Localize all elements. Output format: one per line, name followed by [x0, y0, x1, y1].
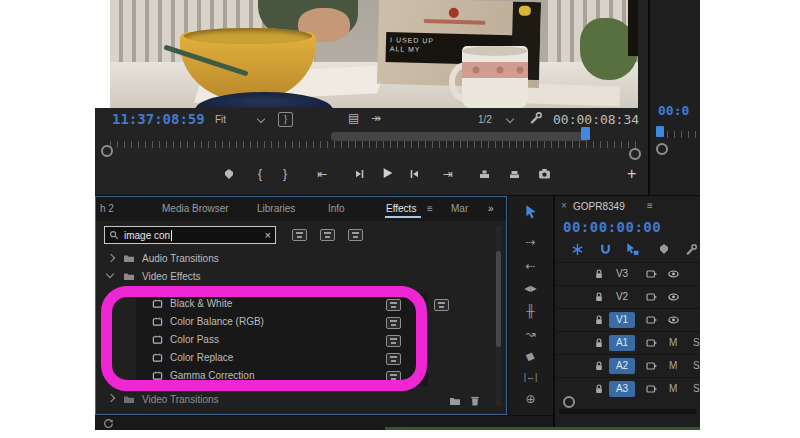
- panel-menu-icon[interactable]: ≡: [647, 200, 653, 211]
- mute-button[interactable]: M: [669, 337, 677, 348]
- snap-magnet-icon[interactable]: [599, 243, 612, 256]
- add-marker-icon[interactable]: [658, 243, 670, 255]
- zoom-scrollbar[interactable]: [331, 132, 589, 141]
- chevron-right-icon[interactable]: [107, 394, 115, 402]
- goto-in-button[interactable]: ⇤: [317, 168, 327, 180]
- add-marker-button[interactable]: [223, 168, 235, 180]
- tab-partial-left[interactable]: h 2: [100, 203, 114, 214]
- 32bit-color-badge-icon[interactable]: [320, 229, 335, 241]
- linked-selection-icon[interactable]: [625, 242, 639, 256]
- timeline-settings-wrench-icon[interactable]: [685, 243, 698, 256]
- play-button[interactable]: [381, 166, 394, 180]
- export-frame-button[interactable]: [538, 167, 551, 180]
- settings-grid-icon[interactable]: ▤: [348, 113, 359, 124]
- side-playhead[interactable]: [656, 126, 664, 137]
- selection-tool-icon[interactable]: [524, 204, 538, 220]
- folder-audio-transitions[interactable]: Audio Transitions: [142, 253, 219, 264]
- lock-icon[interactable]: [593, 314, 605, 326]
- source-patch-icon[interactable]: [645, 360, 658, 372]
- rate-stretch-tool-icon[interactable]: ↝: [508, 327, 553, 341]
- playhead[interactable]: [581, 127, 590, 140]
- source-patch-icon[interactable]: [645, 291, 658, 303]
- effect-color-balance-rgb[interactable]: Color Balance (RGB): [170, 316, 264, 327]
- mute-button[interactable]: M: [669, 383, 677, 394]
- folder-video-transitions[interactable]: Video Transitions: [142, 394, 219, 405]
- goto-out-button[interactable]: ⇥: [443, 168, 453, 180]
- chevron-down-icon[interactable]: [257, 115, 265, 123]
- razor-tool-icon[interactable]: ◆: [507, 342, 554, 371]
- tab-effects[interactable]: Effects: [386, 203, 416, 214]
- slip-tool-icon[interactable]: |↔|: [508, 370, 553, 384]
- new-custom-bin-icon[interactable]: [448, 395, 462, 407]
- close-tab-icon[interactable]: ×: [561, 200, 567, 211]
- chevron-down-icon[interactable]: [506, 115, 514, 123]
- track-target-a1[interactable]: A1: [609, 335, 635, 351]
- yuv-effects-badge-icon[interactable]: [348, 229, 363, 241]
- chevron-right-icon[interactable]: [107, 254, 115, 262]
- step-forward-button[interactable]: [409, 168, 421, 180]
- scrubber-left-handle-icon[interactable]: [101, 145, 113, 157]
- scrubber-right-handle-icon[interactable]: [629, 148, 641, 160]
- mute-button[interactable]: M: [669, 360, 677, 371]
- source-patch-icon[interactable]: [645, 383, 658, 395]
- horizontal-scrollbar[interactable]: [559, 409, 697, 414]
- folder-video-effects[interactable]: Video Effects: [142, 271, 201, 282]
- track-output-eye-icon[interactable]: [667, 291, 680, 303]
- track-target-v2[interactable]: V2: [609, 289, 635, 305]
- panel-menu-icon[interactable]: ≡: [427, 203, 433, 214]
- track-target-v1[interactable]: V1: [609, 312, 635, 328]
- track-output-eye-icon[interactable]: [667, 314, 680, 326]
- track-output-eye-icon[interactable]: [667, 268, 680, 280]
- lock-icon[interactable]: [593, 383, 605, 395]
- search-input[interactable]: image con ×: [104, 226, 276, 244]
- timeline-scroll-handle-icon[interactable]: [563, 396, 575, 408]
- side-scroll-handle-icon[interactable]: [656, 143, 668, 155]
- time-ruler[interactable]: [110, 141, 638, 148]
- ripple-edit-tool-icon[interactable]: ◀▶: [508, 282, 553, 296]
- track-target-a2[interactable]: A2: [609, 358, 635, 374]
- playback-resolution-select[interactable]: 1/2: [478, 114, 492, 125]
- zoom-level-select[interactable]: Fit: [215, 114, 226, 125]
- solo-button[interactable]: S: [693, 337, 700, 348]
- solo-button[interactable]: S: [693, 360, 700, 371]
- solo-button[interactable]: S: [693, 383, 700, 394]
- delete-trash-icon[interactable]: [469, 394, 481, 407]
- source-patch-icon[interactable]: [645, 337, 658, 349]
- settings-wrench-icon[interactable]: [529, 111, 543, 125]
- tab-overflow-icon[interactable]: »: [488, 203, 494, 214]
- lock-icon[interactable]: [593, 360, 605, 372]
- sequence-tab[interactable]: GOPR8349: [573, 201, 625, 212]
- tab-libraries[interactable]: Libraries: [257, 203, 295, 214]
- tab-info[interactable]: Info: [328, 203, 345, 214]
- source-patch-icon[interactable]: [645, 314, 658, 326]
- nest-sequences-icon[interactable]: [571, 243, 584, 256]
- effect-color-pass[interactable]: Color Pass: [170, 334, 219, 345]
- effect-color-replace[interactable]: Color Replace: [170, 352, 233, 363]
- vertical-scrollbar[interactable]: [496, 225, 501, 407]
- effect-black-and-white[interactable]: Black & White: [170, 298, 232, 309]
- mark-in-button[interactable]: {: [258, 168, 262, 180]
- tab-markers-partial[interactable]: Mar: [451, 203, 468, 214]
- lock-icon[interactable]: [593, 291, 605, 303]
- button-editor-plus[interactable]: +: [627, 165, 636, 183]
- hand-tool-icon[interactable]: ⊕: [508, 392, 553, 406]
- chevron-down-icon[interactable]: [106, 270, 114, 278]
- step-back-button[interactable]: [353, 168, 365, 180]
- tab-media-browser[interactable]: Media Browser: [162, 203, 229, 214]
- scrollbar-thumb[interactable]: [496, 251, 501, 347]
- track-target-v3[interactable]: V3: [609, 266, 635, 282]
- lock-icon[interactable]: [593, 337, 605, 349]
- extract-button[interactable]: [508, 168, 521, 180]
- effect-gamma-correction[interactable]: Gamma Correction: [170, 370, 254, 381]
- rolling-edit-tool-icon[interactable]: ╫: [508, 304, 553, 318]
- lift-button[interactable]: [478, 168, 491, 180]
- accelerated-effects-badge-icon[interactable]: [292, 229, 307, 241]
- lock-icon[interactable]: [593, 268, 605, 280]
- playback-arrows-icon[interactable]: ↠: [371, 113, 381, 124]
- mark-out-button[interactable]: }: [283, 168, 287, 180]
- track-select-backward-tool-icon[interactable]: ⇠: [508, 259, 553, 273]
- track-select-forward-tool-icon[interactable]: ⇢: [508, 235, 553, 249]
- safe-margins-button[interactable]: }: [278, 112, 293, 127]
- track-target-a3[interactable]: A3: [609, 381, 635, 397]
- source-patch-icon[interactable]: [645, 268, 658, 280]
